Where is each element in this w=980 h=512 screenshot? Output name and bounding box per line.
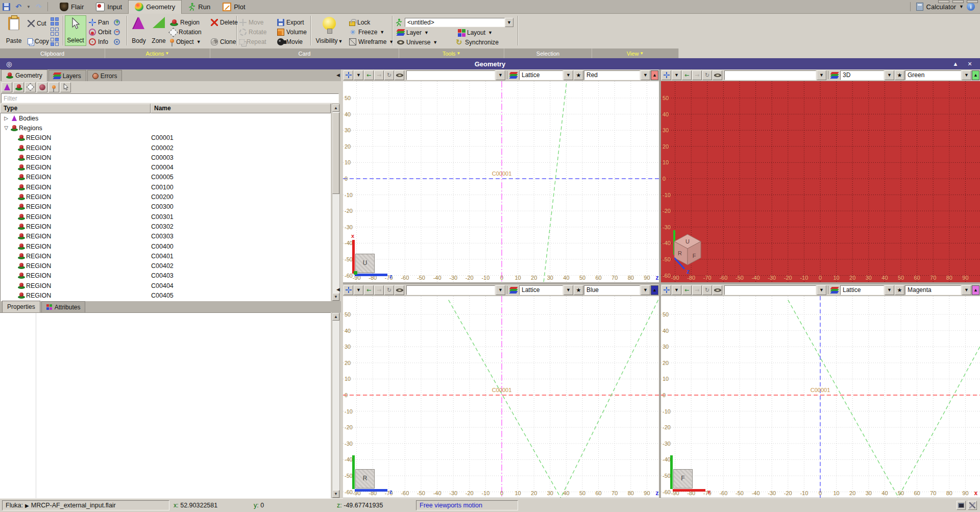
freeze-button[interactable]: ✳Freeze▼ xyxy=(349,28,384,37)
tree-row[interactable]: REGIONC00403 xyxy=(1,271,331,281)
zoom-out-button[interactable] xyxy=(114,28,120,37)
collapse-icon[interactable]: ▽ xyxy=(3,125,10,131)
menu-tab-geometry[interactable]: Geometry xyxy=(128,0,182,14)
body-tool-button[interactable] xyxy=(2,82,12,92)
tree-row[interactable]: REGIONC00301 xyxy=(1,212,331,222)
universe-button[interactable] xyxy=(395,285,404,295)
universe-button[interactable] xyxy=(713,70,722,80)
tools-button[interactable] xyxy=(968,501,977,510)
layout-grid-button[interactable] xyxy=(51,27,59,36)
navigate-button[interactable] xyxy=(662,285,671,295)
back-button[interactable]: ← xyxy=(682,70,692,80)
material-tool-button[interactable] xyxy=(37,82,47,92)
sidebar-collapse-icon[interactable]: ◀ xyxy=(336,72,340,78)
lock-button[interactable]: Lock xyxy=(349,18,370,27)
group-label-tools[interactable]: Tools▼ xyxy=(399,48,504,58)
visibility-button[interactable]: Visibility▼ xyxy=(313,15,345,46)
region-button[interactable]: Region xyxy=(170,18,200,27)
zone-button[interactable]: Zone xyxy=(149,15,168,46)
history-dropdown-icon[interactable]: ▼ xyxy=(817,285,826,295)
tree-row[interactable]: REGIONC00302 xyxy=(1,222,331,231)
history-dropdown-icon[interactable]: ▼ xyxy=(817,70,826,80)
layer-combobox[interactable]: Magenta xyxy=(905,285,961,295)
history-combobox[interactable] xyxy=(724,70,816,80)
layout-mixed-button[interactable] xyxy=(51,37,59,46)
rotation-button[interactable]: Rotation xyxy=(170,28,202,37)
layer-color-button[interactable]: ▲ xyxy=(972,285,979,295)
projection-combobox[interactable]: Lattice xyxy=(519,285,563,295)
menu-tab-run[interactable]: Run xyxy=(182,0,216,14)
copy-button[interactable]: Copy xyxy=(28,37,49,46)
universe-button[interactable]: Universe▼ xyxy=(397,38,437,47)
projection-dropdown-icon[interactable]: ▼ xyxy=(885,70,894,80)
filter-input[interactable] xyxy=(1,93,339,103)
wireframe-button[interactable]: Wireframe▼ xyxy=(349,37,394,46)
layer-dropdown-icon[interactable]: ▼ xyxy=(641,70,650,80)
expand-icon[interactable]: ▷ xyxy=(3,115,10,121)
tree-row[interactable]: REGIONC00005 xyxy=(1,173,331,182)
refresh-icon[interactable]: ↻ xyxy=(384,285,394,295)
layer-color-button[interactable]: ▲ xyxy=(651,285,658,295)
bookmark-star-button[interactable]: ★ xyxy=(895,285,904,295)
info-button[interactable]: Info xyxy=(89,37,108,46)
calculator-button[interactable]: Calculator xyxy=(926,3,957,11)
refresh-icon[interactable]: ↻ xyxy=(702,285,712,295)
history-dropdown-icon[interactable]: ▼ xyxy=(496,285,505,295)
rotation-tool-button[interactable] xyxy=(25,82,36,92)
orientation-gadget[interactable]: Uxz xyxy=(355,254,375,273)
viewport-scene-red[interactable]: -90-80-70-60-50-40-30-20-100102030405060… xyxy=(343,81,659,282)
refresh-icon[interactable]: ↻ xyxy=(384,70,394,80)
layer-color-button[interactable]: ▲ xyxy=(972,70,979,80)
navigate-dropdown-icon[interactable]: ▼ xyxy=(672,285,681,295)
column-type[interactable]: Type xyxy=(0,104,151,113)
tab-attributes[interactable]: Attributes xyxy=(41,301,86,312)
layout-button[interactable]: Layout▼ xyxy=(458,28,493,37)
window-button[interactable] xyxy=(952,0,964,3)
layout-2x2-button[interactable] xyxy=(51,17,59,26)
tree-row[interactable]: REGIONC00002 xyxy=(1,143,331,153)
repeat-button[interactable]: Repeat xyxy=(239,37,266,46)
back-button[interactable]: ← xyxy=(364,70,374,80)
projection-dropdown-icon[interactable]: ▼ xyxy=(564,70,573,80)
back-button[interactable]: ← xyxy=(364,285,374,295)
navigate-dropdown-icon[interactable]: ▼ xyxy=(354,70,363,80)
tree-row[interactable]: REGIONC00300 xyxy=(1,202,331,212)
tree-row[interactable]: REGIONC00003 xyxy=(1,153,331,162)
object-button[interactable]: Object▼ xyxy=(170,37,201,46)
scroll-up-icon[interactable]: ▲ xyxy=(332,313,339,321)
tab-layers[interactable]: Layers xyxy=(48,70,86,81)
info-icon[interactable]: i xyxy=(967,3,975,11)
navigate-dropdown-icon[interactable]: ▼ xyxy=(354,285,363,295)
layer-color-button[interactable]: ▲ xyxy=(651,70,658,80)
undo-button[interactable]: ↶ xyxy=(14,2,23,11)
panel-close-icon[interactable]: × xyxy=(966,60,974,68)
movie-button[interactable]: Movie xyxy=(277,37,303,46)
bookmark-star-button[interactable]: ★ xyxy=(895,70,904,80)
zoom-in-button[interactable] xyxy=(114,18,120,27)
tree-scrollbar[interactable]: ▲ ▼ xyxy=(332,104,340,301)
layer-dropdown-icon[interactable]: ▼ xyxy=(962,285,971,295)
tree-row[interactable]: REGIONC00401 xyxy=(1,251,331,261)
window-button[interactable] xyxy=(938,0,949,3)
projection-dropdown-icon[interactable]: ▼ xyxy=(885,285,894,295)
forward-button[interactable]: → xyxy=(692,285,702,295)
group-label-actions[interactable]: Actions▼ xyxy=(105,48,210,58)
pan-button[interactable]: Pan xyxy=(89,18,109,27)
tab-geometry[interactable]: Geometry xyxy=(1,69,47,81)
forward-button[interactable]: → xyxy=(374,70,384,80)
menu-tab-input[interactable]: Input xyxy=(90,0,128,14)
selection-dropdown-icon[interactable]: ▼ xyxy=(505,18,513,27)
orientation-gadget[interactable]: Fx xyxy=(673,469,693,489)
tree-row[interactable]: REGIONC00404 xyxy=(1,281,331,290)
export-button[interactable]: Export xyxy=(277,18,304,27)
selection-combobox[interactable]: <untitled> ▼ xyxy=(405,18,513,27)
panel-collapse-icon[interactable]: ▲ xyxy=(951,60,960,68)
object-tool-button[interactable] xyxy=(48,82,59,92)
rotate-button[interactable]: Rotate xyxy=(239,28,266,37)
viewport-scene-magenta[interactable]: -90-80-70-60-50-40-30-20-100102030405060… xyxy=(661,296,980,498)
project-status[interactable]: Fluka: ▶ MRCP-AF_external_input.flair xyxy=(2,500,169,510)
properties-scrollbar[interactable]: ▲ ▼ xyxy=(332,312,340,498)
history-combobox[interactable] xyxy=(724,285,816,295)
tree-row[interactable]: REGIONC00200 xyxy=(1,192,331,202)
save-button[interactable] xyxy=(2,2,11,11)
